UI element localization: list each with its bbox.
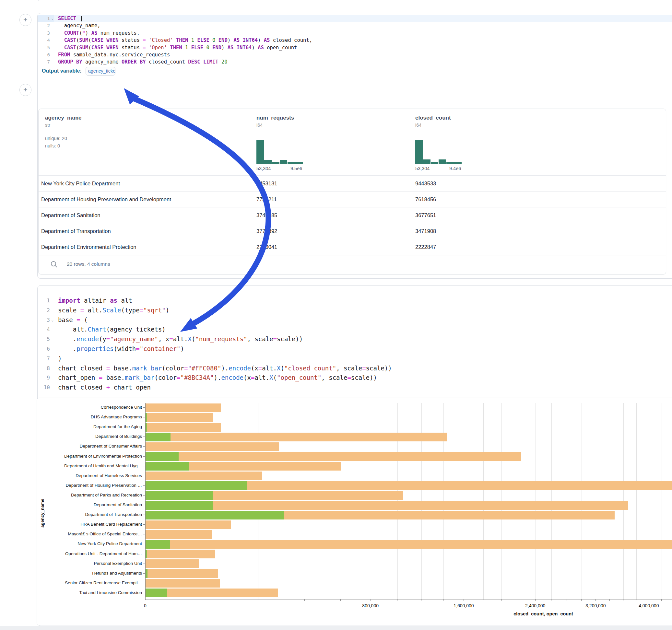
bar-open-count xyxy=(146,413,147,422)
table-cell: New York City Police Department xyxy=(41,176,120,192)
table-cell: Department of Environmental Protection xyxy=(41,239,136,255)
code-line-10[interactable]: 10chart_closed + chart_open xyxy=(38,383,672,392)
bar-open-count xyxy=(146,491,213,500)
code-line-4[interactable]: 4 alt.Chart(agency_tickets) xyxy=(38,325,672,335)
x-axis-tick xyxy=(567,599,567,601)
chart-y-axis-title: agency_name xyxy=(40,499,45,528)
y-axis-tick xyxy=(143,476,145,476)
page-bottom-strip xyxy=(0,626,672,630)
y-axis-tick xyxy=(143,485,145,486)
python-code-editor[interactable]: 1import altair as alt2scale = alt.Scale(… xyxy=(38,296,672,392)
table-footer: 20 rows, 4 columns xyxy=(39,255,666,274)
code-line-2[interactable]: 2 agency_name, xyxy=(38,22,672,29)
x-axis-tick xyxy=(304,599,305,601)
code-line-7[interactable]: 7GROUP BY agency_name ORDER BY closed_co… xyxy=(38,58,672,66)
code-line-6[interactable]: 6FROM sample_data.nyc.service_requests xyxy=(38,51,672,58)
table-cell: 9443533 xyxy=(415,176,436,192)
search-icon[interactable] xyxy=(51,261,58,268)
table-row[interactable]: Department of Sanitation37494853677651 xyxy=(39,207,666,223)
y-axis-label: Department of Transportation xyxy=(85,512,142,517)
y-axis-label: Department of Sanitation xyxy=(94,502,142,507)
column-header-closed_count[interactable]: closed_count xyxy=(415,115,451,121)
line-number: 1⌄ xyxy=(38,15,54,22)
code-line-4[interactable]: 4 CAST(SUM(CASE WHEN status = 'Closed' T… xyxy=(38,37,672,44)
code-line-6[interactable]: 6 .properties(width="container") xyxy=(38,344,672,354)
y-axis-label: Refunds and Adjustments xyxy=(92,571,142,576)
column-header-agency_name[interactable]: agency_name xyxy=(45,115,81,121)
y-axis-label: New York City Police Department xyxy=(77,541,142,546)
x-axis-tick xyxy=(370,599,371,601)
y-axis-tick xyxy=(143,583,145,583)
column-meta: nulls: 0 xyxy=(45,143,60,148)
code-line-8[interactable]: 8chart_closed = base.mark_bar(color="#FF… xyxy=(38,364,672,373)
bar-open-count xyxy=(146,550,147,558)
bar-open-count xyxy=(146,540,170,549)
code-text: FROM sample_data.nyc.service_requests xyxy=(58,51,170,58)
chart-card: agency_name Correspondence UnitDHS Advan… xyxy=(37,398,672,626)
x-axis-tick xyxy=(421,599,422,601)
bar-open-count xyxy=(146,511,284,519)
table-row[interactable]: New York City Police Department945313194… xyxy=(39,175,666,192)
y-axis-tick xyxy=(143,456,145,457)
table-row[interactable]: Department of Housing Preservation and D… xyxy=(39,191,666,208)
code-line-5[interactable]: 5 .encode(y="agency_name", x=alt.X("num_… xyxy=(38,335,672,344)
column-histogram xyxy=(415,138,462,164)
y-axis-label: Operations Unit - Department of Hom… xyxy=(65,551,142,556)
collapse-chevron-icon[interactable]: ⌄ xyxy=(51,15,53,22)
y-axis-label: Department of Housing Preservation … xyxy=(66,483,142,488)
column-histogram xyxy=(257,138,303,164)
bar-closed-count xyxy=(146,569,218,578)
code-line-7[interactable]: 7) xyxy=(38,354,672,364)
sql-code-editor[interactable]: 1⌄SELECT 2 agency_name,3 COUNT(*) AS num… xyxy=(38,15,672,66)
x-axis-tick xyxy=(397,599,398,601)
line-number: 10 xyxy=(38,383,54,392)
add-cell-button-middle[interactable]: + xyxy=(20,84,31,96)
code-text: chart_closed + chart_open xyxy=(58,383,151,392)
output-variable-pill[interactable]: agency_tickets xyxy=(86,67,115,75)
code-line-3[interactable]: 3 COUNT(*) AS num_requests, xyxy=(38,29,672,37)
table-row[interactable]: Department of Environmental Protection22… xyxy=(39,239,666,255)
y-axis-tick xyxy=(143,593,145,593)
add-cell-button-top[interactable]: + xyxy=(20,14,31,26)
column-type: i64 xyxy=(257,122,263,128)
bar-open-count xyxy=(146,423,147,432)
bar-closed-count xyxy=(146,413,213,422)
y-axis-label: Department of Buildings xyxy=(95,434,142,439)
bar-closed-count xyxy=(146,579,220,587)
code-line-1[interactable]: 1import altair as alt xyxy=(38,296,672,306)
line-number: 1 xyxy=(38,296,54,306)
code-text: scale = alt.Scale(type="sqrt") xyxy=(58,306,169,315)
histogram-max-label: 9.4e6 xyxy=(449,166,461,171)
line-number: 8 xyxy=(38,364,54,373)
column-header-num_requests[interactable]: num_requests xyxy=(257,115,294,121)
code-line-9[interactable]: 9chart_open = base.mark_bar(color="#8BC3… xyxy=(38,373,672,383)
y-axis-tick xyxy=(143,534,145,534)
bar-closed-count xyxy=(146,540,672,549)
code-text: chart_open = base.mark_bar(color="#8BC34… xyxy=(58,373,377,383)
y-axis-tick xyxy=(143,427,145,427)
code-text: CAST(SUM(CASE WHEN status = 'Open' THEN … xyxy=(58,44,297,51)
code-line-1[interactable]: 1⌄SELECT xyxy=(38,15,672,22)
table-cell: 7782211 xyxy=(257,192,277,208)
bar-closed-count xyxy=(146,404,221,412)
y-axis-tick xyxy=(143,495,145,495)
line-number: 4 xyxy=(38,37,54,44)
line-number: 3⌄ xyxy=(38,315,54,325)
bar-open-count xyxy=(146,433,170,441)
text-cursor xyxy=(81,16,82,21)
y-axis-label: Correspondence Unit xyxy=(100,405,142,410)
y-axis-label: Department of Homeless Services xyxy=(75,473,142,478)
code-line-5[interactable]: 5 CAST(SUM(CASE WHEN status = 'Open' THE… xyxy=(38,44,672,51)
code-text: alt.Chart(agency_tickets) xyxy=(58,325,166,335)
line-number: 3 xyxy=(38,29,54,37)
code-line-2[interactable]: 2scale = alt.Scale(type="sqrt") xyxy=(38,306,672,315)
table-cell: Department of Transportation xyxy=(41,223,111,239)
code-line-3[interactable]: 3⌄base = ( xyxy=(38,315,672,325)
gridline xyxy=(662,403,662,600)
y-axis-label: Taxi and Limousine Commission xyxy=(79,590,142,595)
y-axis-label: Senior Citizen Rent Increase Exempti… xyxy=(65,580,142,585)
table-row[interactable]: Department of Transportation377489234719… xyxy=(39,223,666,239)
bar-open-count xyxy=(146,588,167,597)
x-axis-tick-label: 800,000 xyxy=(362,603,379,608)
collapse-chevron-icon[interactable]: ⌄ xyxy=(51,315,53,325)
